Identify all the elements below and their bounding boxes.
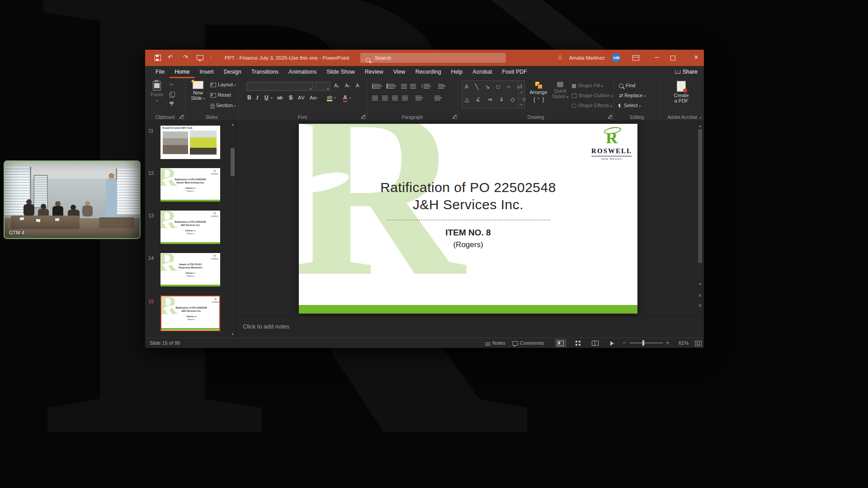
account-name[interactable]: Amalia Martinez — [569, 50, 605, 66]
warning-icon[interactable]: ⚠ — [557, 54, 563, 61]
slide-thumbnail-11[interactable]: Roswell Air Center-ARFF Truck — [160, 126, 220, 159]
shapes-gallery-scrollbar[interactable]: ▴ ▾ ▾ — [518, 81, 524, 108]
tab-home[interactable]: Home — [170, 66, 194, 78]
new-slide-button[interactable]: NewSlide ▾ — [188, 81, 208, 101]
font-dialog-launcher-icon[interactable] — [361, 115, 365, 119]
slide-title-line2[interactable]: J&H Services Inc. — [299, 197, 637, 212]
format-painter-button[interactable] — [170, 102, 174, 107]
search-input[interactable]: Search — [360, 53, 506, 63]
slide-title-line1[interactable]: Ratification of PO 22502548 — [299, 180, 637, 195]
text-shadow-button[interactable]: S — [289, 94, 292, 101]
thumbnail-scrollbar[interactable]: ▴ ▾ — [230, 121, 236, 338]
cut-button[interactable]: ✂ — [170, 82, 174, 88]
scroll-up-icon[interactable]: ▴ — [697, 123, 703, 128]
underline-dropdown-icon[interactable]: ▾ — [271, 96, 273, 100]
tab-view[interactable]: View — [388, 66, 410, 78]
slide-thumbnail-15-selected[interactable]: R RROSWELL Ratification of PO 22502548 J… — [160, 296, 220, 331]
webcam-tile[interactable]: GTM 4 — [4, 160, 141, 239]
slide-thumbnail-12[interactable]: R RROSWELL Ratification of PO 22502550 D… — [160, 168, 220, 202]
create-pdf-button[interactable]: Createa PDF — [668, 81, 695, 103]
numbering-button[interactable]: ▾ — [387, 83, 396, 89]
scrollbar-thumb[interactable] — [231, 148, 235, 176]
section-button[interactable]: Section ▾ — [210, 103, 236, 108]
scroll-down-icon[interactable]: ▾ — [230, 332, 236, 336]
gallery-up-icon[interactable]: ▴ — [519, 81, 524, 86]
tab-animations[interactable]: Animations — [283, 66, 321, 78]
tab-insert[interactable]: Insert — [195, 66, 219, 78]
justify-button[interactable] — [402, 94, 408, 100]
tab-transitions[interactable]: Transitions — [246, 66, 284, 78]
notes-pane[interactable]: Click to add notes — [237, 316, 704, 338]
drawing-dialog-launcher-icon[interactable] — [608, 115, 612, 119]
zoom-slider[interactable] — [630, 343, 663, 343]
highlight-color-button[interactable]: ab — [327, 94, 332, 101]
shrink-font-button[interactable]: A▾ — [345, 83, 350, 88]
slide-presenter[interactable]: (Rogers) — [299, 240, 637, 249]
change-case-dropdown-icon[interactable]: ▾ — [316, 96, 318, 100]
start-presentation-icon[interactable] — [197, 55, 203, 61]
zoom-in-button[interactable]: + — [666, 338, 670, 348]
slide-thumbnail-13[interactable]: R RROSWELL Ratification of PO 22502548 J… — [160, 211, 220, 244]
notes-toggle[interactable]: Notes — [485, 338, 505, 348]
comments-toggle[interactable]: Comments — [512, 338, 544, 348]
bold-button[interactable]: B — [247, 94, 251, 101]
find-button[interactable]: Find — [619, 83, 635, 88]
clear-formatting-button[interactable]: A — [356, 83, 359, 88]
undo-button[interactable]: ↶ — [168, 54, 173, 61]
view-normal-button[interactable] — [555, 339, 566, 347]
slide-item-number[interactable]: ITEM NO. 8 — [299, 228, 637, 238]
character-spacing-button[interactable]: AV — [298, 95, 305, 100]
quick-styles-button[interactable]: QuickStyles ▾ — [550, 82, 570, 99]
clipboard-dialog-launcher-icon[interactable] — [179, 115, 184, 119]
tab-recording[interactable]: Recording — [410, 66, 446, 78]
strikethrough-button[interactable]: ab — [277, 95, 283, 100]
columns-button[interactable]: ▾ — [415, 94, 423, 100]
shape-fill-button[interactable]: Shape Fill ▾ — [572, 83, 603, 88]
view-slideshow-button[interactable] — [606, 339, 618, 347]
italic-button[interactable]: I — [256, 94, 259, 101]
underline-button[interactable]: U — [264, 94, 269, 101]
previous-slide-button[interactable]: ∧ — [697, 293, 703, 298]
tab-foxit-pdf[interactable]: Foxit PDF — [497, 66, 532, 78]
increase-indent-button[interactable] — [410, 83, 416, 89]
bullets-button[interactable]: ▾ — [372, 83, 382, 89]
convert-smartart-button[interactable]: ▾ — [434, 94, 442, 100]
scroll-up-icon[interactable]: ▴ — [230, 121, 236, 127]
align-left-button[interactable] — [372, 94, 378, 100]
scroll-down-icon[interactable]: ▾ — [697, 282, 703, 286]
select-button[interactable]: Select ▾ — [619, 103, 641, 108]
tab-slide-show[interactable]: Slide Show — [321, 66, 360, 78]
arrange-button[interactable]: Arrange▾ — [528, 82, 549, 100]
shape-effects-button[interactable]: Shape Effects ▾ — [572, 103, 612, 108]
tab-help[interactable]: Help — [446, 66, 468, 78]
fit-to-window-button[interactable] — [695, 338, 702, 348]
tab-design[interactable]: Design — [219, 66, 246, 78]
font-color-button[interactable]: A — [343, 94, 347, 102]
next-slide-button[interactable]: ∨ — [697, 303, 703, 308]
font-name-combo[interactable]: ▾ — [246, 82, 313, 91]
minimize-button[interactable]: ─ — [648, 50, 666, 65]
layout-button[interactable]: Layout ▾ — [210, 82, 236, 87]
decrease-indent-button[interactable] — [401, 83, 407, 89]
view-reading-button[interactable] — [589, 339, 601, 347]
scrollbar-thumb[interactable] — [698, 129, 702, 263]
zoom-slider-thumb[interactable] — [642, 340, 644, 346]
align-right-button[interactable] — [392, 94, 398, 100]
zoom-percentage[interactable]: 61% — [679, 338, 689, 348]
notes-placeholder[interactable]: Click to add notes — [243, 323, 289, 330]
font-color-dropdown-icon[interactable]: ▾ — [349, 96, 351, 100]
account-avatar[interactable]: AM — [612, 53, 621, 62]
close-button[interactable]: × — [689, 50, 704, 65]
tab-review[interactable]: Review — [360, 66, 388, 78]
ribbon-display-options-icon[interactable] — [632, 55, 639, 61]
align-center-button[interactable] — [382, 94, 388, 100]
change-case-button[interactable]: Aa — [310, 95, 316, 100]
gallery-down-icon[interactable]: ▾ — [519, 86, 524, 94]
shape-outline-button[interactable]: Shape Outline ▾ — [572, 93, 613, 98]
text-direction-button[interactable]: ▾ — [438, 83, 446, 89]
shapes-gallery[interactable]: A ╲ ↘ □ ○ ▭ △ ∠ ⇒ ⇓ ◇ ☆ { } ▴ ▾ ▾ — [462, 80, 525, 108]
tab-file[interactable]: File — [151, 66, 170, 78]
view-slide-sorter-button[interactable] — [572, 339, 584, 347]
gallery-more-icon[interactable]: ▾ — [519, 98, 524, 107]
editor-scrollbar[interactable]: ▴ ▾ ∧ ∨ — [697, 123, 703, 314]
